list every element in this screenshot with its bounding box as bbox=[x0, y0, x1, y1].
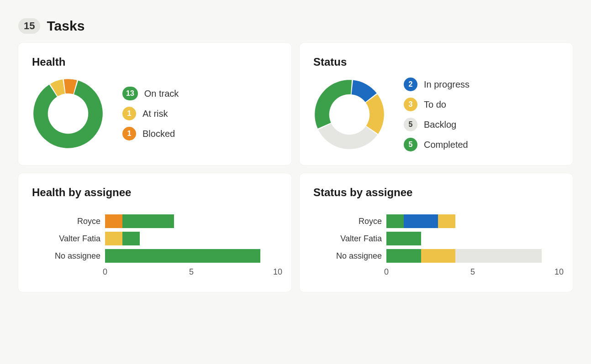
legend-count-badge: 1 bbox=[122, 127, 136, 140]
card-title: Health by assignee bbox=[32, 186, 278, 199]
health-donut-chart bbox=[32, 78, 104, 150]
bar-row-label: No assignee bbox=[313, 251, 382, 261]
bar-row-label: Valter Fatia bbox=[313, 234, 382, 244]
legend-label: Backlog bbox=[424, 120, 456, 130]
legend-item[interactable]: 1Blocked bbox=[122, 127, 179, 140]
health-legend: 13On track1At risk1Blocked bbox=[122, 87, 179, 140]
task-count-badge: 15 bbox=[18, 18, 40, 34]
legend-count-badge: 1 bbox=[122, 107, 136, 120]
legend-item[interactable]: 5Backlog bbox=[404, 118, 470, 131]
axis-tick: 10 bbox=[554, 267, 564, 277]
bar-row: No assignee bbox=[313, 247, 559, 265]
bar-segment bbox=[386, 232, 421, 245]
card-title: Health bbox=[32, 56, 278, 68]
legend-label: At risk bbox=[142, 109, 168, 119]
bar-segment bbox=[105, 214, 122, 228]
legend-label: In progress bbox=[424, 79, 470, 90]
bar-track bbox=[386, 249, 559, 263]
bar-segment bbox=[386, 249, 421, 263]
status-donut-row: 2In progress3To do5Backlog5Completed bbox=[313, 78, 559, 151]
axis-tick: 5 bbox=[189, 267, 194, 277]
legend-count-badge: 5 bbox=[404, 118, 417, 131]
page-header: 15 Tasks bbox=[18, 18, 573, 34]
bar-segment bbox=[421, 249, 456, 263]
health-donut-row: 13On track1At risk1Blocked bbox=[32, 78, 278, 150]
bar-segment bbox=[455, 249, 542, 263]
bar-track bbox=[386, 214, 559, 228]
axis-tick: 0 bbox=[384, 267, 389, 277]
legend-count-badge: 13 bbox=[122, 87, 138, 100]
donut-slice bbox=[366, 94, 384, 134]
axis-tick: 10 bbox=[273, 267, 282, 277]
bar-row-label: Royce bbox=[32, 217, 100, 226]
donut-slice bbox=[315, 80, 352, 129]
legend-label: To do bbox=[424, 99, 446, 110]
card-status: Status 2In progress3To do5Backlog5Comple… bbox=[300, 43, 573, 165]
card-title: Status bbox=[313, 56, 559, 68]
bar-track bbox=[386, 232, 559, 245]
bar-row: Royce bbox=[32, 213, 278, 230]
page-title: Tasks bbox=[47, 18, 84, 34]
legend-item[interactable]: 5Completed bbox=[404, 138, 470, 151]
legend-label: Completed bbox=[424, 140, 468, 150]
status-legend: 2In progress3To do5Backlog5Completed bbox=[404, 78, 470, 151]
card-title: Status by assignee bbox=[313, 186, 559, 199]
bar-segment bbox=[404, 214, 438, 228]
bar-row: Royce bbox=[313, 213, 559, 230]
bar-row: Valter Fatia bbox=[32, 230, 278, 247]
legend-item[interactable]: 1At risk bbox=[122, 107, 179, 120]
bar-row: No assignee bbox=[32, 247, 278, 265]
legend-count-badge: 2 bbox=[404, 78, 417, 91]
legend-item[interactable]: 3To do bbox=[404, 98, 470, 111]
bar-track bbox=[105, 249, 278, 263]
card-status-by-assignee: Status by assignee RoyceValter FatiaNo a… bbox=[300, 173, 573, 292]
card-health-by-assignee: Health by assignee RoyceValter FatiaNo a… bbox=[18, 173, 291, 292]
bar-segment bbox=[122, 232, 140, 245]
x-axis: 0510 bbox=[313, 267, 559, 278]
bar-segment bbox=[438, 214, 455, 228]
bar-segment bbox=[105, 232, 122, 245]
status-donut-chart bbox=[313, 78, 385, 151]
legend-label: On track bbox=[144, 88, 179, 99]
bar-track bbox=[105, 232, 278, 245]
bar-segment bbox=[105, 249, 260, 263]
bar-row-label: No assignee bbox=[32, 251, 100, 261]
card-health: Health 13On track1At risk1Blocked bbox=[18, 43, 291, 165]
legend-count-badge: 3 bbox=[404, 98, 417, 111]
bar-row-label: Valter Fatia bbox=[32, 234, 100, 244]
legend-label: Blocked bbox=[142, 129, 175, 139]
dashboard-grid: Health 13On track1At risk1Blocked Status… bbox=[18, 43, 573, 292]
bar-segment bbox=[386, 214, 404, 228]
axis-tick: 0 bbox=[103, 267, 107, 277]
legend-count-badge: 5 bbox=[404, 138, 417, 151]
bar-segment bbox=[122, 214, 174, 228]
bar-row-label: Royce bbox=[313, 217, 382, 226]
legend-item[interactable]: 2In progress bbox=[404, 78, 470, 91]
bar-row: Valter Fatia bbox=[313, 230, 559, 247]
axis-tick: 5 bbox=[470, 267, 475, 277]
status-by-assignee-chart: RoyceValter FatiaNo assignee0510 bbox=[313, 208, 559, 278]
x-axis: 0510 bbox=[32, 267, 278, 278]
bar-track bbox=[105, 214, 278, 228]
health-by-assignee-chart: RoyceValter FatiaNo assignee0510 bbox=[32, 208, 278, 278]
legend-item[interactable]: 13On track bbox=[122, 87, 179, 100]
